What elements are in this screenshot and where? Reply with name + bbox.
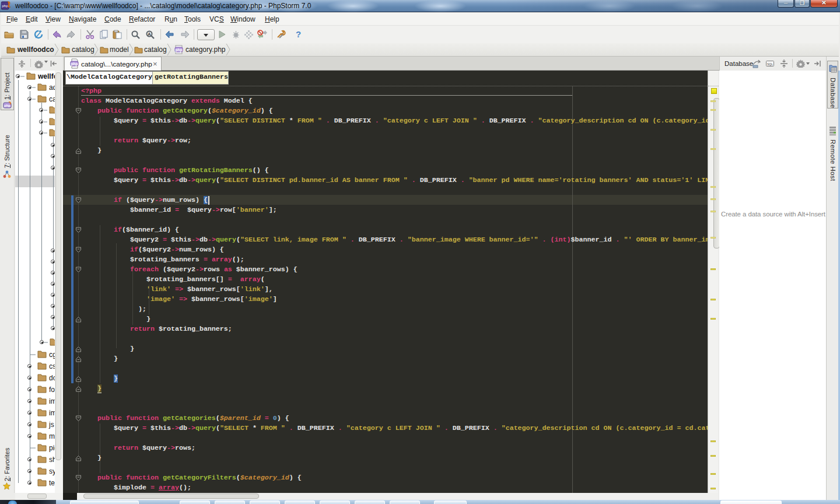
svg-text:A: A <box>148 32 151 37</box>
svg-text:SQL: SQL <box>767 62 773 66</box>
svg-text:php: php <box>2 4 8 8</box>
svg-text:php: php <box>71 62 78 66</box>
svg-text:php: php <box>4 104 10 107</box>
svg-text:php: php <box>176 48 183 52</box>
